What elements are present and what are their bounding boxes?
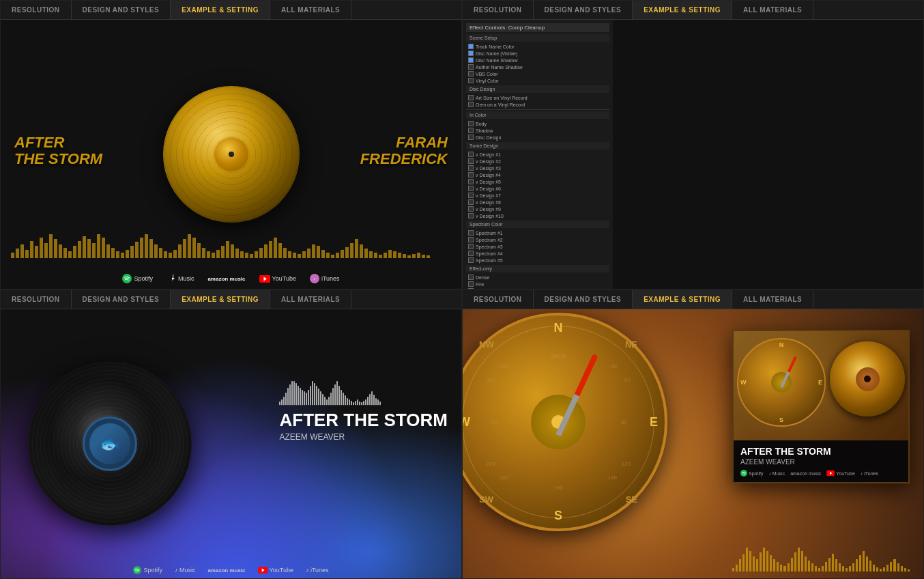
cell-top-right: RESOLUTION DESIGN AND STYLES EXAMPLE & S… [462, 0, 924, 290]
artist-name-right: FARAHFREDERICK [360, 135, 448, 167]
cell-4-content: N S E W NE SE SW NW 360/0 40 60 90 120 [463, 309, 923, 578]
label-art: 🐟 [89, 423, 130, 464]
vinyl-inner [214, 137, 248, 171]
itunes-logo-1: ♪ iTunes [310, 274, 340, 283]
tab-resolution-1[interactable]: RESOLUTION [1, 1, 72, 19]
card-streaming: Spotify ♪ Music amazon music YouTube ♪ i… [740, 470, 901, 477]
svg-text:♪: ♪ [313, 277, 315, 281]
card-album-artist: AZEEM WEAVER [740, 458, 901, 466]
cell-1-content: AFTERTHE STORM FARAHFREDERICK [1, 20, 461, 289]
tab-resolution-4[interactable]: RESOLUTION [463, 290, 534, 309]
tab-design-4[interactable]: DESIGN AND STYLES [534, 290, 633, 309]
streaming-logos-3: Spotify ♪ Music amazon music YouTube ♪ i… [1, 566, 461, 574]
tab-resolution-2[interactable]: RESOLUTION [463, 1, 534, 19]
amazon-3: amazon music [207, 567, 245, 574]
wave-vis [279, 381, 448, 405]
amazon-music-logo-1: amazon music [207, 276, 245, 282]
tab-example-1[interactable]: EXAMPLE & SETTING [171, 1, 270, 19]
tab-example-2[interactable]: EXAMPLE & SETTING [633, 1, 732, 19]
song-info: AFTER THE STORM AZEEM WEAVER [279, 381, 448, 442]
compass-element: N S E W NE SE SW NW 360/0 40 60 90 120 [462, 313, 702, 565]
itunes-3: ♪ iTunes [306, 567, 329, 574]
album-card: N S E W [732, 330, 910, 483]
tab-bar-4: RESOLUTION DESIGN AND STYLES EXAMPLE & S… [463, 290, 923, 309]
card-album-title: AFTER THE STORM [740, 446, 901, 457]
tab-bar-1: RESOLUTION DESIGN AND STYLES EXAMPLE & S… [1, 1, 461, 20]
tab-design-1[interactable]: DESIGN AND STYLES [72, 1, 171, 19]
vinyl-outer [163, 86, 300, 223]
vinyl-outer-black: 🐟 [28, 362, 192, 526]
tab-materials-2[interactable]: ALL MATERIALS [732, 1, 813, 19]
card-compass: N S E W [737, 338, 826, 427]
wave-bars [11, 231, 451, 258]
apple-3: ♪ Music [175, 567, 196, 574]
spotify-3: Spotify [133, 566, 162, 574]
wave-bars-4 [732, 548, 910, 571]
cell-top-left: RESOLUTION DESIGN AND STYLES EXAMPLE & S… [0, 0, 462, 290]
compass-center [531, 395, 586, 449]
tab-materials-3[interactable]: ALL MATERIALS [270, 290, 351, 309]
cell-bottom-right: RESOLUTION DESIGN AND STYLES EXAMPLE & S… [462, 290, 924, 579]
tab-materials-1[interactable]: ALL MATERIALS [270, 1, 351, 19]
control-panel: Effect Controls: Comp Cleanup Scene Setu… [463, 20, 613, 290]
cell-2-content: Effect Controls: Comp Cleanup Scene Setu… [463, 20, 923, 289]
vinyl-label: 🐟 [83, 416, 137, 471]
album-card-art: N S E W [734, 331, 908, 440]
gold-vinyl [163, 86, 300, 223]
album-card-info: AFTER THE STORM AZEEM WEAVER Spotify ♪ M… [734, 440, 908, 482]
tab-example-4[interactable]: EXAMPLE & SETTING [633, 290, 732, 309]
tab-materials-4[interactable]: ALL MATERIALS [732, 290, 813, 309]
song-title: AFTER THE STORM [279, 410, 448, 430]
youtube-logo-1: YouTube [259, 275, 296, 283]
compass-circle: N S E W NE SE SW NW 360/0 40 60 90 120 [462, 313, 667, 531]
spotify-logo-1: Spotify [122, 274, 153, 283]
tab-bar-3: RESOLUTION DESIGN AND STYLES EXAMPLE & S… [1, 290, 461, 309]
artist-name-left: AFTERTHE STORM [14, 135, 102, 167]
song-artist: AZEEM WEAVER [279, 433, 448, 442]
main-grid: RESOLUTION DESIGN AND STYLES EXAMPLE & S… [0, 0, 924, 579]
cell-bottom-left: RESOLUTION DESIGN AND STYLES EXAMPLE & S… [0, 290, 462, 579]
panel-title: Effect Controls: Comp Cleanup [466, 23, 609, 32]
tab-bar-2: RESOLUTION DESIGN AND STYLES EXAMPLE & S… [463, 1, 923, 20]
tab-resolution-3[interactable]: RESOLUTION [1, 290, 72, 309]
streaming-logos-1: Spotify Music amazon music YouTube ♪ iTu… [1, 274, 461, 283]
tab-design-2[interactable]: DESIGN AND STYLES [534, 1, 633, 19]
apple-music-logo-1: Music [167, 274, 194, 283]
cell-3-content: 🐟 [1, 309, 461, 578]
tab-example-3[interactable]: EXAMPLE & SETTING [171, 290, 270, 309]
card-vinyl [830, 341, 905, 416]
youtube-3: YouTube [258, 567, 293, 574]
tab-design-3[interactable]: DESIGN AND STYLES [72, 290, 171, 309]
black-vinyl: 🐟 [28, 362, 192, 526]
